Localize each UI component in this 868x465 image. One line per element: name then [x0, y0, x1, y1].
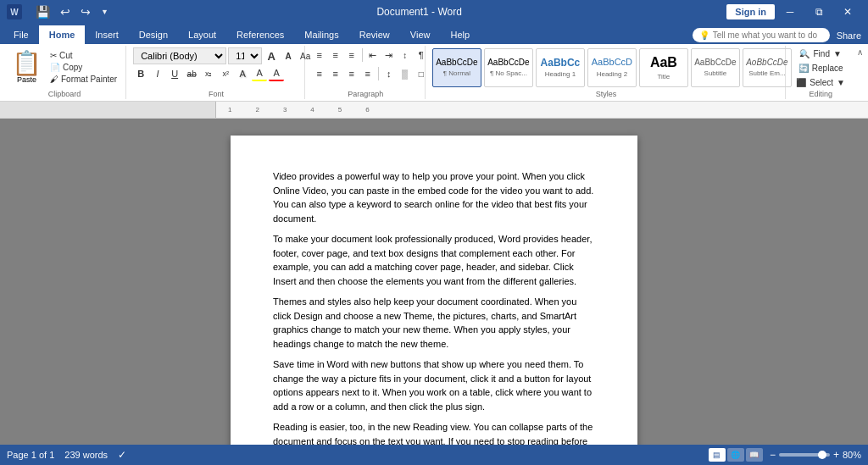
status-bar: Page 1 of 1 239 words ✓ ▤ 🌐 📖 − + 80%: [0, 445, 868, 465]
paragraph-5: Reading is easier, too, in the new Readi…: [273, 420, 595, 445]
word-icon: W: [7, 4, 22, 19]
read-mode-btn[interactable]: 📖: [746, 448, 763, 462]
cut-button[interactable]: ✂ Cut: [47, 50, 120, 61]
web-layout-btn[interactable]: 🌐: [727, 448, 744, 462]
title-bar-right: Sign in ─ ⧉ ✕: [726, 0, 861, 24]
font-label: Font: [128, 90, 304, 99]
styles-group: AaBbCcDe ¶ Normal AaBbCcDe ¶ No Spac... …: [427, 46, 786, 99]
copy-button[interactable]: 📄 Copy: [47, 62, 120, 73]
editing-group: 🔍 Find ▼ 🔄 Replace ⬛ Select ▼ Editing: [787, 46, 854, 99]
zoom-out-btn[interactable]: −: [770, 449, 776, 461]
italic-btn[interactable]: I: [150, 66, 165, 81]
style-subtle-em[interactable]: AoBbCcDe Subtle Em...: [743, 48, 792, 87]
sign-in-button[interactable]: Sign in: [726, 4, 775, 19]
ribbon-content: 📋 Paste ✂ Cut 📄 Copy 🖌 Format Painter Cl…: [0, 44, 868, 102]
undo-btn[interactable]: ↩: [57, 3, 74, 20]
replace-button[interactable]: 🔄 Replace: [795, 62, 847, 75]
title-bar-left: W 💾 ↩ ↪ ▼: [7, 3, 112, 20]
superscript-btn[interactable]: x²: [218, 66, 233, 81]
save-quick-btn[interactable]: 💾: [32, 3, 53, 20]
font-color-btn[interactable]: A: [269, 66, 284, 81]
style-normal[interactable]: AaBbCcDe ¶ Normal: [432, 48, 481, 87]
title-bar: W 💾 ↩ ↪ ▼ Document1 - Word Sign in ─ ⧉ ✕: [0, 0, 868, 24]
style-heading1[interactable]: AaBbCc Heading 1: [536, 48, 585, 87]
tab-mailings[interactable]: Mailings: [294, 25, 348, 44]
increase-indent-btn[interactable]: ⇥: [381, 47, 397, 63]
decrease-indent-btn[interactable]: ⇤: [365, 47, 381, 63]
shading-btn[interactable]: ▒: [398, 66, 413, 81]
word-count: 239 words: [64, 450, 108, 460]
styles-label: Styles: [427, 90, 785, 99]
zoom-level: 80%: [843, 450, 861, 460]
zoom-slider[interactable]: [779, 453, 830, 457]
tab-help[interactable]: Help: [440, 25, 480, 44]
tab-review[interactable]: Review: [349, 25, 400, 44]
format-painter-button[interactable]: 🖌 Format Painter: [47, 74, 120, 85]
align-center-btn[interactable]: ≡: [328, 66, 343, 81]
style-title[interactable]: AaB Title: [639, 48, 688, 87]
customize-quick-access[interactable]: ▼: [97, 6, 112, 18]
bullets-btn[interactable]: ≡: [312, 47, 327, 63]
style-heading2[interactable]: AaBbCcD Heading 2: [587, 48, 637, 87]
justify-btn[interactable]: ≡: [360, 66, 376, 81]
redo-btn[interactable]: ↪: [77, 3, 94, 20]
status-left: Page 1 of 1 239 words ✓: [7, 449, 126, 461]
zoom-bar: − + 80%: [770, 449, 861, 461]
clipboard-group: 📋 Paste ✂ Cut 📄 Copy 🖌 Format Painter Cl…: [3, 46, 126, 99]
document-page[interactable]: Video provides a powerful way to help yo…: [231, 136, 637, 445]
style-no-spacing[interactable]: AaBbCcDe ¶ No Spac...: [484, 48, 533, 87]
subscript-btn[interactable]: x₂: [201, 66, 216, 81]
paste-button[interactable]: 📋 Paste: [8, 50, 45, 86]
tab-file[interactable]: File: [3, 25, 39, 44]
find-button[interactable]: 🔍 Find ▼: [796, 47, 844, 60]
print-layout-btn[interactable]: ▤: [709, 448, 726, 462]
numbering-btn[interactable]: ≡: [328, 47, 343, 63]
font-size-select[interactable]: 11: [228, 47, 262, 64]
font-group: Calibri (Body) 11 A A Aa B I U ab x₂ x²: [128, 46, 305, 99]
font-shrink-btn[interactable]: A: [281, 48, 296, 64]
tab-home[interactable]: Home: [39, 25, 86, 44]
tab-references[interactable]: References: [226, 25, 294, 44]
text-effects-btn[interactable]: A: [235, 66, 250, 81]
collapse-ribbon-btn[interactable]: ∧: [855, 46, 865, 99]
tell-me-input[interactable]: [713, 30, 823, 40]
restore-btn[interactable]: ⧉: [805, 0, 832, 24]
multilevel-btn[interactable]: ≡: [344, 47, 359, 63]
strikethrough-btn[interactable]: ab: [184, 66, 199, 81]
view-buttons: ▤ 🌐 📖: [709, 448, 763, 462]
line-spacing-btn[interactable]: ↕: [381, 66, 397, 81]
select-button[interactable]: ⬛ Select ▼: [793, 76, 849, 89]
paragraph-2: To make your document look professionall…: [273, 232, 595, 288]
tab-layout[interactable]: Layout: [178, 25, 226, 44]
align-left-btn[interactable]: ≡: [312, 66, 327, 81]
close-btn[interactable]: ✕: [834, 0, 861, 24]
clipboard-label: Clipboard: [3, 90, 125, 99]
highlight-color-btn[interactable]: A: [252, 66, 267, 81]
document-area: Video provides a powerful way to help yo…: [0, 119, 868, 445]
tab-insert[interactable]: Insert: [85, 25, 129, 44]
tab-view[interactable]: View: [400, 25, 441, 44]
paragraph-4: Save time in Word with new buttons that …: [273, 357, 595, 413]
font-family-select[interactable]: Calibri (Body): [133, 47, 226, 64]
underline-btn[interactable]: U: [167, 66, 182, 81]
ruler: 123456: [0, 102, 868, 119]
quick-access-toolbar: 💾 ↩ ↪ ▼: [32, 3, 112, 20]
sort-btn[interactable]: ↕: [398, 47, 413, 63]
paragraph-3: Themes and styles also help keep your do…: [273, 295, 595, 351]
document-title: Document1 - Word: [112, 6, 726, 18]
style-subtitle[interactable]: AaBbCcDe Subtitle: [691, 48, 740, 87]
lightbulb-icon: 💡: [699, 30, 709, 40]
proofing-icon: ✓: [118, 449, 126, 461]
minimize-btn[interactable]: ─: [776, 0, 804, 24]
status-right: ▤ 🌐 📖 − + 80%: [709, 448, 861, 462]
editing-label: Editing: [787, 90, 854, 99]
zoom-in-btn[interactable]: +: [833, 449, 839, 461]
font-grow-btn[interactable]: A: [264, 48, 279, 64]
paragraph-label: Paragraph: [307, 90, 425, 99]
bold-btn[interactable]: B: [133, 66, 148, 81]
share-button[interactable]: Share: [837, 30, 861, 41]
zoom-thumb[interactable]: [818, 451, 826, 459]
page-info: Page 1 of 1: [7, 450, 54, 460]
tab-design[interactable]: Design: [129, 25, 178, 44]
align-right-btn[interactable]: ≡: [344, 66, 359, 81]
